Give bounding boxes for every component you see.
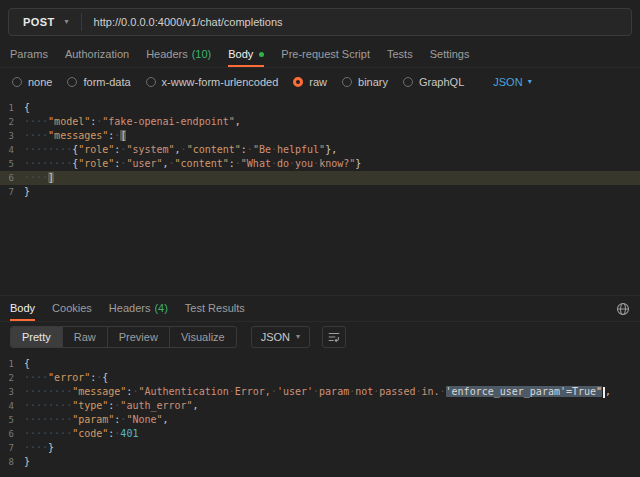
code-text: ········{"role":·"user",·"content":·"Wha… (24, 157, 361, 171)
language-label: JSON (261, 331, 290, 343)
bodytype-label: raw (309, 76, 327, 88)
code-text: ····"model":·"fake-openai-endpoint", (24, 115, 241, 129)
bodytype-form-data[interactable]: form-data (67, 76, 130, 88)
code-line[interactable]: 7····} (0, 441, 640, 455)
language-label: JSON (493, 76, 522, 88)
url-input[interactable]: http://0.0.0.0:4000/v1/chat/completions (82, 16, 631, 28)
code-line[interactable]: 8} (0, 455, 640, 469)
body-content-dot-icon (259, 52, 264, 57)
tab-headers[interactable]: Headers (10) (146, 42, 211, 67)
line-number: 1 (0, 357, 24, 371)
code-line[interactable]: 7} (0, 185, 640, 199)
code-text: ········"type":·"auth_error", (24, 399, 199, 413)
bodytype-binary[interactable]: binary (342, 76, 388, 88)
tab-body[interactable]: Body (228, 42, 264, 67)
bodytype-x-www-form-urlencoded[interactable]: x-www-form-urlencoded (146, 76, 279, 88)
headers-count: (4) (154, 302, 167, 314)
tab-authorization[interactable]: Authorization (65, 42, 129, 67)
tab-label: Body (10, 302, 35, 314)
bodytype-raw[interactable]: raw (293, 76, 327, 88)
view-mode-visualize[interactable]: Visualize (170, 327, 236, 347)
code-line[interactable]: 4········{"role":·"system",·"content":·"… (0, 143, 640, 157)
request-language-select[interactable]: JSON ▾ (493, 76, 531, 88)
code-line[interactable]: 6········"code":·401 (0, 427, 640, 441)
chevron-down-icon: ▾ (528, 78, 532, 86)
method-label: POST (23, 16, 55, 28)
globe-icon[interactable] (616, 302, 630, 316)
code-line[interactable]: 2····"error":·{ (0, 371, 640, 385)
code-text: ····"messages":·[ (24, 129, 126, 143)
bodytype-label: none (28, 76, 52, 88)
code-text: } (24, 185, 30, 199)
code-line[interactable]: 3····"messages":·[ (0, 129, 640, 143)
code-line[interactable]: 2····"model":·"fake-openai-endpoint", (0, 115, 640, 129)
line-number: 2 (0, 115, 24, 129)
wrap-lines-button[interactable] (322, 326, 346, 348)
headers-count: (10) (192, 48, 212, 60)
radio-icon (12, 77, 22, 87)
code-text: } (24, 455, 30, 469)
tab-label: Authorization (65, 48, 129, 60)
view-mode-label: Preview (119, 331, 158, 343)
tab-label: Settings (430, 48, 470, 60)
radio-icon (67, 77, 77, 87)
request-body-editor[interactable]: 1{2····"model":·"fake-openai-endpoint",3… (0, 96, 640, 296)
line-number: 1 (0, 101, 24, 115)
tab-pre-request-script[interactable]: Pre-request Script (281, 42, 370, 67)
line-number: 3 (0, 129, 24, 143)
bodytype-none[interactable]: none (12, 76, 52, 88)
view-mode-label: Pretty (22, 331, 51, 343)
radio-icon (403, 77, 413, 87)
tab-label: Params (10, 48, 48, 60)
view-mode-raw[interactable]: Raw (63, 327, 108, 347)
response-tab-cookies[interactable]: Cookies (52, 296, 92, 321)
line-number: 6 (0, 171, 24, 185)
body-type-row: none form-data x-www-form-urlencoded raw… (0, 68, 640, 96)
response-toolbar: Pretty Raw Preview Visualize JSON ▾ (0, 322, 640, 352)
view-mode-group: Pretty Raw Preview Visualize (10, 326, 237, 348)
bracket-match-highlight: [ (120, 130, 126, 141)
tab-settings[interactable]: Settings (430, 42, 470, 67)
tab-label: Cookies (52, 302, 92, 314)
view-mode-preview[interactable]: Preview (108, 327, 170, 347)
code-text: ········"code":·401 (24, 427, 138, 441)
code-line[interactable]: 6····] (0, 171, 640, 185)
response-tabs: Body Cookies Headers (4) Test Results (0, 296, 640, 322)
tab-label: Pre-request Script (281, 48, 370, 60)
code-line[interactable]: 1{ (0, 101, 640, 115)
tab-tests[interactable]: Tests (387, 42, 413, 67)
method-select[interactable]: POST ▾ (9, 9, 81, 35)
radio-selected-icon (293, 77, 303, 87)
code-text: { (24, 101, 30, 115)
tab-label: Headers (109, 302, 151, 314)
code-text: ········{"role":·"system",·"content":·"B… (24, 143, 337, 157)
code-line[interactable]: 4········"type":·"auth_error", (0, 399, 640, 413)
response-body-editor[interactable]: 1{2····"error":·{3········"message":·"Au… (0, 352, 640, 469)
code-line[interactable]: 1{ (0, 357, 640, 371)
code-line[interactable]: 5········"param":·"None", (0, 413, 640, 427)
chevron-down-icon: ▾ (65, 18, 69, 26)
response-tab-test-results[interactable]: Test Results (185, 296, 245, 321)
line-number: 2 (0, 371, 24, 385)
bodytype-label: GraphQL (419, 76, 464, 88)
view-mode-pretty[interactable]: Pretty (11, 327, 63, 347)
request-tabs: Params Authorization Headers (10) Body P… (0, 42, 640, 68)
line-number: 3 (0, 385, 24, 399)
code-line[interactable]: 3········"message":·"Authentication·Erro… (0, 385, 640, 399)
response-tab-body[interactable]: Body (10, 296, 35, 321)
code-text: ····] (24, 171, 54, 185)
tab-label: Body (228, 48, 253, 60)
radio-icon (342, 77, 352, 87)
code-text: { (24, 357, 30, 371)
bodytype-graphql[interactable]: GraphQL (403, 76, 464, 88)
code-line[interactable]: 5········{"role":·"user",·"content":·"Wh… (0, 157, 640, 171)
response-tab-headers[interactable]: Headers (4) (109, 296, 168, 321)
tab-label: Headers (146, 48, 188, 60)
line-number: 5 (0, 157, 24, 171)
line-number: 4 (0, 399, 24, 413)
tab-params[interactable]: Params (10, 42, 48, 67)
view-mode-label: Raw (74, 331, 96, 343)
line-number: 8 (0, 455, 24, 469)
response-language-select[interactable]: JSON ▾ (251, 326, 310, 348)
code-text: ········"message":·"Authentication·Error… (24, 385, 611, 399)
